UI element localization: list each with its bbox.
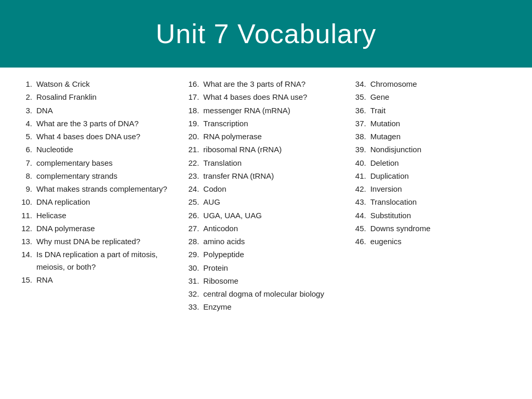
item-term: eugenics: [370, 235, 511, 247]
item-number: 43.: [350, 196, 366, 208]
list-item: 1.Watson & Crick: [16, 78, 177, 90]
list-item: 7.complementary bases: [16, 157, 177, 169]
item-term: Enzyme: [203, 301, 344, 313]
list-item: 12.DNA polymerase: [16, 222, 177, 234]
list-item: 11.Helicase: [16, 209, 177, 221]
item-number: 22.: [182, 157, 199, 169]
item-number: 7.: [16, 157, 32, 169]
item-term: Inversion: [370, 183, 511, 195]
item-number: 32.: [182, 288, 199, 300]
column-1: 1.Watson & Crick2.Rosalind Franklin3.DNA…: [16, 78, 182, 389]
item-term: Mutation: [370, 117, 511, 129]
item-term: Watson & Crick: [36, 78, 177, 90]
list-item: 10.DNA replication: [16, 196, 177, 208]
vocab-list-3: 34.Chromosome35.Gene36.Trait37.Mutation3…: [350, 78, 511, 247]
list-item: 46.eugenics: [350, 235, 511, 247]
item-number: 15.: [16, 274, 32, 286]
item-number: 5.: [16, 130, 32, 142]
item-number: 26.: [182, 209, 199, 221]
item-number: 36.: [350, 104, 366, 116]
item-term: Trait: [370, 104, 511, 116]
item-term: What are the 3 parts of DNA?: [36, 117, 177, 129]
item-number: 4.: [16, 117, 32, 129]
item-number: 38.: [350, 130, 366, 142]
item-number: 20.: [182, 130, 199, 142]
item-term: DNA: [36, 104, 177, 116]
item-term: DNA replication: [36, 196, 177, 208]
list-item: 40.Deletion: [350, 157, 511, 169]
vocab-list-2: 16.What are the 3 parts of RNA?17.What 4…: [182, 78, 344, 313]
item-term: Downs syndrome: [370, 222, 511, 234]
item-number: 46.: [350, 235, 366, 247]
item-term: Polypeptide: [203, 248, 344, 260]
item-term: Is DNA replication a part of mitosis, me…: [36, 248, 177, 273]
content-area: 1.Watson & Crick2.Rosalind Franklin3.DNA…: [0, 68, 532, 399]
item-term: Translocation: [370, 196, 511, 208]
item-number: 33.: [182, 301, 199, 313]
list-item: 41.Duplication: [350, 170, 511, 182]
item-term: What makes strands complementary?: [36, 183, 177, 195]
item-number: 35.: [350, 91, 366, 103]
item-term: Why must DNA be replicated?: [36, 235, 177, 247]
page-header: Unit 7 Vocabulary: [0, 0, 532, 68]
item-number: 39.: [350, 143, 366, 155]
list-item: 15.RNA: [16, 274, 177, 286]
item-number: 44.: [350, 209, 366, 221]
list-item: 36.Trait: [350, 104, 511, 116]
list-item: 44.Substitution: [350, 209, 511, 221]
item-number: 14.: [16, 248, 32, 273]
item-number: 34.: [350, 78, 366, 90]
item-term: Rosalind Franklin: [36, 91, 177, 103]
item-term: What 4 bases does DNA use?: [36, 130, 177, 142]
item-term: What are the 3 parts of RNA?: [203, 78, 344, 90]
list-item: 38.Mutagen: [350, 130, 511, 142]
list-item: 24.Codon: [182, 183, 344, 195]
item-term: Ribosome: [203, 275, 344, 287]
list-item: 9.What makes strands complementary?: [16, 183, 177, 195]
item-term: Codon: [203, 183, 344, 195]
item-number: 37.: [350, 117, 366, 129]
list-item: 33.Enzyme: [182, 301, 344, 313]
item-term: UGA, UAA, UAG: [203, 209, 344, 221]
item-number: 45.: [350, 222, 366, 234]
item-number: 42.: [350, 183, 366, 195]
item-number: 1.: [16, 78, 32, 90]
list-item: 8.complementary strands: [16, 170, 177, 182]
list-item: 13.Why must DNA be replicated?: [16, 235, 177, 247]
list-item: 26.UGA, UAA, UAG: [182, 209, 344, 221]
item-term: Deletion: [370, 157, 511, 169]
item-number: 6.: [16, 143, 32, 155]
list-item: 4.What are the 3 parts of DNA?: [16, 117, 177, 129]
item-number: 30.: [182, 262, 199, 274]
list-item: 30.Protein: [182, 262, 344, 274]
list-item: 21.ribosomal RNA (rRNA): [182, 143, 344, 155]
list-item: 42.Inversion: [350, 183, 511, 195]
item-term: Protein: [203, 262, 344, 274]
item-term: DNA polymerase: [36, 222, 177, 234]
list-item: 35.Gene: [350, 91, 511, 103]
page-title: Unit 7 Vocabulary: [156, 18, 377, 49]
item-term: AUG: [203, 196, 344, 208]
item-number: 31.: [182, 275, 199, 287]
item-number: 27.: [182, 222, 199, 234]
item-term: RNA: [36, 274, 177, 286]
item-number: 11.: [16, 209, 32, 221]
list-item: 34.Chromosome: [350, 78, 511, 90]
list-item: 3.DNA: [16, 104, 177, 116]
item-term: Chromosome: [370, 78, 511, 90]
item-number: 10.: [16, 196, 32, 208]
list-item: 14.Is DNA replication a part of mitosis,…: [16, 248, 177, 273]
list-item: 28.amino acids: [182, 235, 344, 247]
item-term: amino acids: [203, 235, 344, 247]
item-term: Nucleotide: [36, 143, 177, 155]
item-number: 29.: [182, 248, 199, 260]
item-term: Gene: [370, 91, 511, 103]
list-item: 22.Translation: [182, 157, 344, 169]
item-number: 25.: [182, 196, 199, 208]
item-number: 12.: [16, 222, 32, 234]
item-term: Translation: [203, 157, 344, 169]
item-term: central dogma of molecular biology: [203, 288, 344, 300]
list-item: 2.Rosalind Franklin: [16, 91, 177, 103]
item-number: 21.: [182, 143, 199, 155]
item-number: 18.: [182, 104, 199, 116]
